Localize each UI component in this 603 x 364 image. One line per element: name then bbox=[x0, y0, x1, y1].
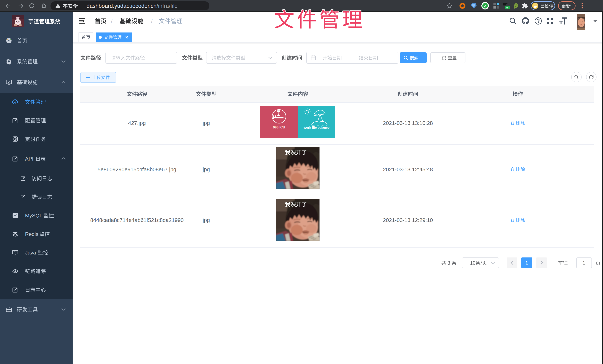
svg-text:work-life balance: work-life balance bbox=[303, 126, 329, 129]
svg-text:on: on bbox=[506, 6, 509, 9]
svg-text:996.ICU: 996.ICU bbox=[273, 125, 285, 129]
